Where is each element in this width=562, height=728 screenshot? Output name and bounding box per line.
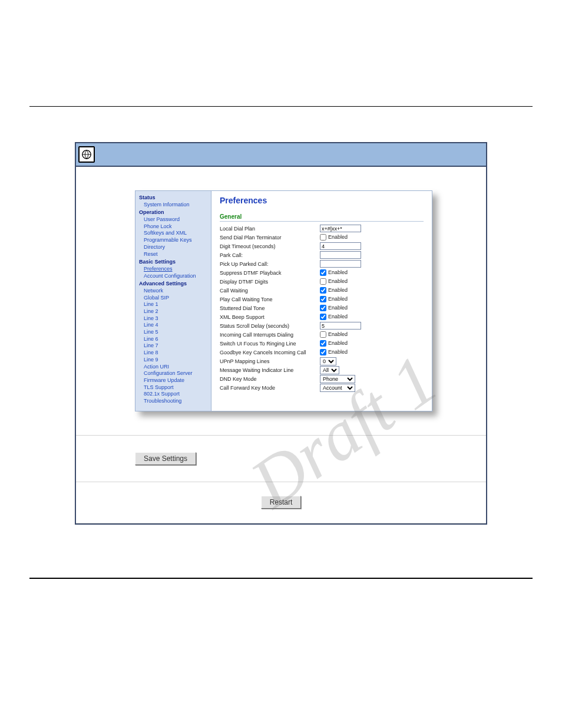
save-settings-button[interactable]: Save Settings bbox=[135, 452, 196, 465]
checkbox-text: Enabled bbox=[328, 269, 348, 275]
title-bar bbox=[76, 143, 486, 167]
checkbox-stuttered[interactable] bbox=[320, 305, 326, 311]
checkbox-text: Enabled bbox=[328, 296, 348, 302]
label-park-call: Park Call: bbox=[220, 252, 320, 258]
label-upnp: UPnP Mapping Lines bbox=[220, 358, 320, 364]
label-pickup-parked: Pick Up Parked Call: bbox=[220, 261, 320, 267]
label-local-dial-plan: Local Dial Plan bbox=[220, 226, 320, 232]
config-panel: Status System Information Operation User… bbox=[135, 190, 432, 411]
rule-bottom bbox=[29, 578, 533, 579]
sidebar-item-preferences[interactable]: Preferences bbox=[144, 266, 207, 273]
label-switch-focus: Switch UI Focus To Ringing Line bbox=[220, 341, 320, 347]
checkbox-suppress-dtmf[interactable] bbox=[320, 269, 326, 276]
page-title: Preferences bbox=[220, 196, 424, 205]
checkbox-text: Enabled bbox=[328, 305, 348, 311]
label-send-terminator: Send Dial Plan Terminator bbox=[220, 235, 320, 241]
sidebar-item-firmware-update[interactable]: Firmware Update bbox=[144, 377, 207, 384]
input-pickup-parked[interactable] bbox=[320, 260, 361, 268]
checkbox-play-cw-tone[interactable] bbox=[320, 296, 326, 302]
checkbox-goodbye[interactable] bbox=[320, 349, 326, 355]
sidebar-item-directory[interactable]: Directory bbox=[144, 244, 207, 251]
input-park-call[interactable] bbox=[320, 251, 361, 259]
sidebar-item-line-8[interactable]: Line 8 bbox=[144, 350, 207, 357]
input-local-dial-plan[interactable] bbox=[320, 225, 361, 232]
rule-top bbox=[29, 106, 533, 107]
sidebar-item-phone-lock[interactable]: Phone Lock bbox=[144, 223, 207, 230]
sidebar-heading-advanced: Advanced Settings bbox=[139, 281, 207, 288]
sidebar-item-line-3[interactable]: Line 3 bbox=[144, 315, 207, 322]
section-heading-general: General bbox=[220, 213, 424, 222]
sidebar-item-line-7[interactable]: Line 7 bbox=[144, 342, 207, 350]
checkbox-text: Enabled bbox=[328, 314, 348, 319]
sidebar-item-softkeys-xml[interactable]: Softkeys and XML bbox=[144, 230, 207, 237]
sidebar-item-user-password[interactable]: User Password bbox=[144, 216, 207, 223]
label-call-waiting: Call Waiting bbox=[220, 288, 320, 294]
sidebar-item-8021x-support[interactable]: 802.1x Support bbox=[144, 391, 207, 398]
label-goodbye: Goodbye Key Cancels Incoming Call bbox=[220, 350, 320, 355]
sidebar-item-account-configuration[interactable]: Account Configuration bbox=[144, 273, 207, 280]
restart-row: Restart bbox=[76, 482, 486, 523]
checkbox-switch-focus[interactable] bbox=[320, 340, 326, 347]
globe-icon bbox=[78, 146, 95, 163]
sidebar-item-line-4[interactable]: Line 4 bbox=[144, 322, 207, 329]
sidebar-item-configuration-server[interactable]: Configuration Server bbox=[144, 370, 207, 377]
sidebar-heading-operation: Operation bbox=[139, 209, 207, 216]
save-row: Save Settings bbox=[76, 435, 486, 482]
checkbox-text: Enabled bbox=[328, 287, 348, 293]
select-cfwd[interactable]: Account bbox=[320, 384, 355, 392]
sidebar-item-action-uri[interactable]: Action URI bbox=[144, 364, 207, 371]
label-incoming-interrupt: Incoming Call Interrupts Dialing bbox=[220, 332, 320, 338]
input-scroll-delay[interactable] bbox=[320, 322, 361, 330]
checkbox-text: Enabled bbox=[328, 340, 348, 346]
restart-button[interactable]: Restart bbox=[261, 496, 302, 509]
label-suppress-dtmf: Suppress DTMF Playback bbox=[220, 270, 320, 276]
app-window: Draft 1 Status System Information Operat… bbox=[75, 142, 487, 525]
sidebar-item-tls-support[interactable]: TLS Support bbox=[144, 384, 207, 391]
sidebar-item-line-6[interactable]: Line 6 bbox=[144, 336, 207, 343]
sidebar-item-global-sip[interactable]: Global SIP bbox=[144, 295, 207, 302]
label-display-dtmf: Display DTMF Digits bbox=[220, 279, 320, 285]
checkbox-text: Enabled bbox=[328, 234, 348, 240]
sidebar-item-reset[interactable]: Reset bbox=[144, 251, 207, 258]
input-digit-timeout[interactable] bbox=[320, 242, 361, 250]
sidebar-heading-status: Status bbox=[139, 195, 207, 202]
label-play-cw-tone: Play Call Waiting Tone bbox=[220, 297, 320, 302]
label-stuttered: Stuttered Dial Tone bbox=[220, 305, 320, 311]
checkbox-text: Enabled bbox=[328, 331, 348, 337]
sidebar-item-line-5[interactable]: Line 5 bbox=[144, 329, 207, 336]
sidebar-item-system-information[interactable]: System Information bbox=[144, 202, 207, 209]
checkbox-incoming-interrupt[interactable] bbox=[320, 331, 326, 338]
preferences-pane: Preferences General Local Dial Plan Send… bbox=[211, 190, 432, 411]
checkbox-xml-beep[interactable] bbox=[320, 314, 326, 320]
checkbox-call-waiting[interactable] bbox=[320, 287, 326, 294]
sidebar-item-line-1[interactable]: Line 1 bbox=[144, 301, 207, 308]
label-scroll-delay: Status Scroll Delay (seconds) bbox=[220, 323, 320, 329]
sidebar-item-line-9[interactable]: Line 9 bbox=[144, 357, 207, 364]
sidebar-item-programmable-keys[interactable]: Programmable Keys bbox=[144, 237, 207, 244]
checkbox-text: Enabled bbox=[328, 349, 348, 355]
label-xml-beep: XML Beep Support bbox=[220, 314, 320, 320]
label-cfwd: Call Forward Key Mode bbox=[220, 385, 320, 391]
label-mwi: Message Waiting Indicator Line bbox=[220, 367, 320, 373]
sidebar-item-network[interactable]: Network bbox=[144, 288, 207, 295]
sidebar: Status System Information Operation User… bbox=[135, 190, 211, 411]
select-mwi[interactable]: All bbox=[320, 366, 339, 374]
sidebar-heading-basic: Basic Settings bbox=[139, 259, 207, 266]
select-upnp[interactable]: 0 bbox=[320, 357, 336, 365]
sidebar-item-troubleshooting[interactable]: Troubleshooting bbox=[144, 398, 207, 405]
label-dnd: DND Key Mode bbox=[220, 376, 320, 382]
checkbox-text: Enabled bbox=[328, 278, 348, 284]
checkbox-display-dtmf[interactable] bbox=[320, 278, 326, 285]
sidebar-item-line-2[interactable]: Line 2 bbox=[144, 308, 207, 315]
checkbox-send-terminator[interactable] bbox=[320, 234, 326, 241]
select-dnd[interactable]: Phone bbox=[320, 375, 355, 383]
label-digit-timeout: Digit Timeout (seconds) bbox=[220, 243, 320, 249]
